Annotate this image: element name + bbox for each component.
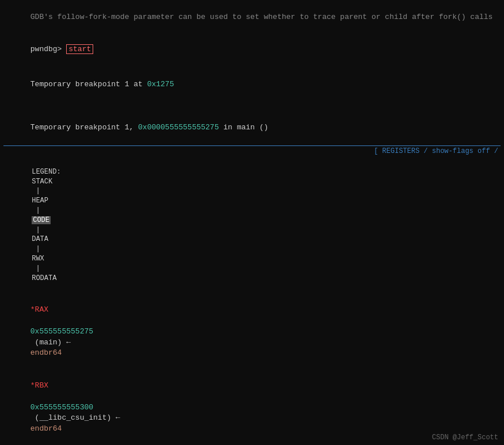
csdn-credit: CSDN @Jeff_Scott	[432, 434, 498, 442]
registers-divider: [ REGISTERS / show-flags off /	[3, 145, 501, 156]
bp-line3: Temporary breakpoint 1, 0x00005555555552…	[3, 112, 501, 144]
legend-bar: [ REGISTERS / show-flags off / LEGEND: S…	[0, 145, 504, 294]
reg-rbx: *RBX 0x555555555300 (__libc_csu_init) ← …	[3, 370, 501, 445]
breakpoint-info: Temporary breakpoint 1 at 0x1275 Tempora…	[0, 67, 504, 145]
bp-line1: Temporary breakpoint 1 at 0x1275	[3, 68, 501, 101]
bp-line2	[3, 101, 501, 112]
terminal-window: GDB's follow-fork-mode parameter can be …	[0, 0, 504, 445]
legend-line: LEGEND: STACK | HEAP | CODE | DATA | RWX…	[3, 156, 501, 294]
registers-section: *RAX 0x555555555275 (main) ← endbr64 *RB…	[0, 294, 504, 445]
pwndbg-prompt-start: pwndbg> start	[3, 34, 501, 67]
top-output: GDB's follow-fork-mode parameter can be …	[0, 0, 504, 67]
reg-rax: *RAX 0x555555555275 (main) ← endbr64	[3, 294, 501, 370]
gdb-fork-line: GDB's follow-fork-mode parameter can be …	[3, 1, 501, 34]
start-command: start	[66, 44, 93, 54]
